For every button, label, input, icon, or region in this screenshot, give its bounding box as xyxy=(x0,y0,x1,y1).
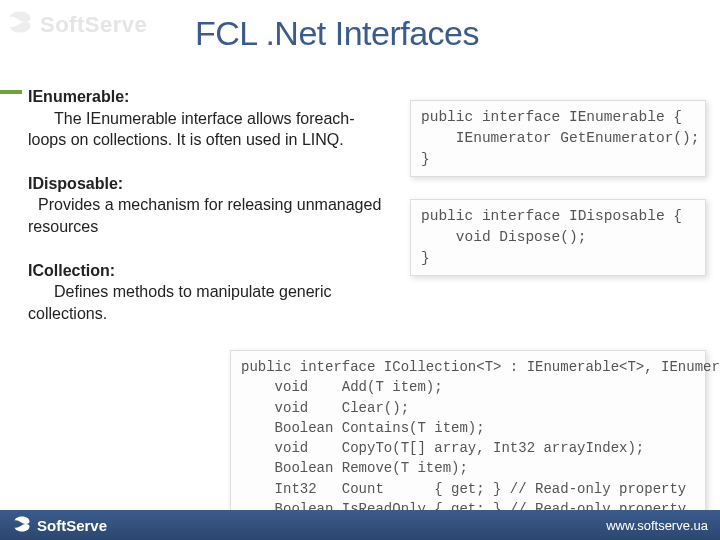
description: Provides a mechanism for releasing unman… xyxy=(28,194,388,237)
slide-title: FCL .Net Interfaces xyxy=(195,14,479,53)
section-idisposable: IDisposable: Provides a mechanism for re… xyxy=(28,173,388,238)
code-ienumerable: public interface IEnumerable { IEnumerat… xyxy=(410,100,706,177)
description: Defines methods to manipulate generic co… xyxy=(28,281,388,324)
slide: { "watermark": { "brand": "SoftServe" },… xyxy=(0,0,720,540)
footer-logo: SoftServe xyxy=(12,514,107,537)
footer-url: www.softserve.ua xyxy=(606,518,708,533)
watermark-logo: SoftServe xyxy=(6,8,147,42)
section-ienumerable: IEnumerable: The IEnumerable interface a… xyxy=(28,86,388,151)
footer-brand-text: SoftServe xyxy=(37,517,107,534)
section-icollection: ICollection: Defines methods to manipula… xyxy=(28,260,388,325)
accent-line xyxy=(0,90,22,94)
code-idisposable: public interface IDisposable { void Disp… xyxy=(410,199,706,276)
brand-swirl-icon xyxy=(12,514,37,537)
description: The IEnumerable interface allows foreach… xyxy=(28,108,388,151)
heading: ICollection: xyxy=(28,260,388,282)
footer-bar: SoftServe www.softserve.ua xyxy=(0,510,720,540)
brand-swirl-icon xyxy=(6,8,40,42)
heading: IDisposable: xyxy=(28,173,388,195)
body-text: IEnumerable: The IEnumerable interface a… xyxy=(28,86,388,346)
heading: IEnumerable: xyxy=(28,86,388,108)
watermark-text: SoftServe xyxy=(40,12,147,38)
